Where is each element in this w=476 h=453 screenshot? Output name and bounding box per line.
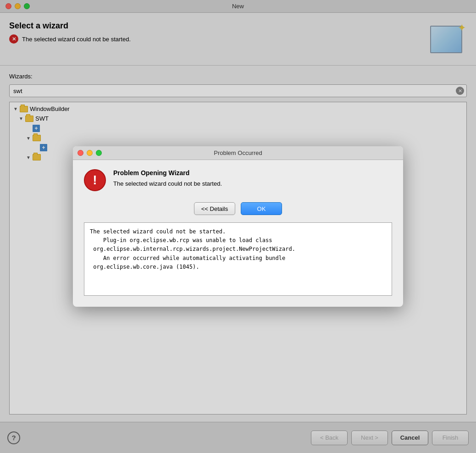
problem-minimize-button[interactable]	[87, 150, 93, 156]
problem-error-icon	[84, 169, 106, 191]
problem-text-col: Problem Opening Wizard The selected wiza…	[113, 169, 222, 187]
problem-title-bar: Problem Occurred	[73, 146, 403, 160]
problem-header-row: Problem Opening Wizard The selected wiza…	[84, 169, 392, 191]
problem-message: The selected wizard could not be started…	[113, 180, 222, 187]
problem-dialog: Problem Occurred Problem Opening Wizard …	[73, 146, 403, 307]
details-button[interactable]: << Details	[194, 202, 235, 215]
problem-heading: Problem Opening Wizard	[113, 169, 222, 177]
problem-close-button[interactable]	[77, 150, 83, 156]
ok-button[interactable]: OK	[241, 202, 282, 215]
problem-title: Problem Occurred	[214, 149, 262, 156]
problem-maximize-button[interactable]	[96, 150, 102, 156]
details-area: The selected wizard could not be started…	[84, 222, 392, 296]
problem-btn-row: << Details OK	[84, 202, 392, 215]
problem-body: Problem Opening Wizard The selected wiza…	[73, 160, 403, 307]
modal-overlay: Problem Occurred Problem Opening Wizard …	[0, 0, 476, 453]
problem-traffic-lights	[77, 150, 102, 156]
